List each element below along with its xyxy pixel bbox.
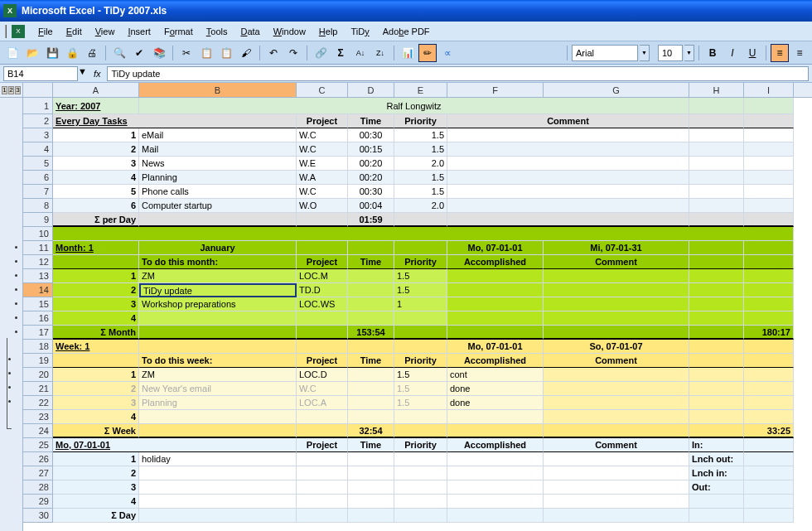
task-name[interactable]: Planning bbox=[139, 171, 297, 185]
cell[interactable]: Out: bbox=[689, 480, 744, 495]
menu-tools[interactable]: Tools bbox=[200, 25, 234, 38]
cell[interactable] bbox=[744, 410, 794, 424]
cell[interactable]: Planning bbox=[139, 396, 297, 410]
menu-help[interactable]: Help bbox=[312, 25, 345, 38]
row-header[interactable]: 9 bbox=[23, 213, 53, 227]
fx-label[interactable]: fx bbox=[87, 69, 108, 79]
cell[interactable] bbox=[689, 354, 744, 368]
cell[interactable] bbox=[394, 495, 447, 509]
cell[interactable]: To do this week: bbox=[139, 354, 297, 368]
cell[interactable] bbox=[544, 424, 689, 438]
formula-input[interactable]: TiDy update bbox=[107, 66, 809, 81]
workbook-icon[interactable]: X bbox=[12, 25, 25, 38]
cell[interactable] bbox=[689, 509, 744, 523]
cell[interactable] bbox=[689, 98, 744, 114]
cell[interactable]: 00:15 bbox=[348, 142, 394, 157]
cell[interactable] bbox=[447, 410, 544, 424]
cell[interactable] bbox=[744, 98, 794, 114]
row-header[interactable]: 10 bbox=[23, 227, 53, 241]
cell[interactable] bbox=[139, 424, 297, 438]
cell[interactable] bbox=[544, 368, 689, 382]
row-header[interactable]: 28 bbox=[23, 480, 53, 495]
cell[interactable] bbox=[139, 213, 297, 227]
cell[interactable]: Week: 1 bbox=[53, 340, 139, 354]
cell[interactable] bbox=[744, 495, 794, 509]
month-label[interactable]: Month: 1 bbox=[53, 241, 139, 255]
row-header[interactable]: 8 bbox=[23, 199, 53, 213]
cell[interactable]: LOC.M bbox=[297, 269, 348, 283]
cell[interactable]: Project bbox=[297, 438, 348, 452]
paste-icon[interactable]: 📋 bbox=[217, 44, 235, 62]
cell[interactable] bbox=[394, 213, 447, 227]
row-header[interactable]: 25 bbox=[23, 438, 53, 452]
cell[interactable] bbox=[348, 509, 394, 523]
month-task[interactable]: TiDy update bbox=[139, 283, 297, 297]
cell[interactable] bbox=[394, 410, 447, 424]
cell[interactable]: W.C bbox=[297, 142, 348, 157]
cell[interactable]: done bbox=[447, 396, 544, 410]
cell[interactable]: 2 bbox=[53, 283, 139, 297]
cell[interactable]: 00:20 bbox=[348, 157, 394, 171]
col-F[interactable]: F bbox=[447, 83, 544, 97]
cell[interactable]: 4 bbox=[53, 171, 139, 185]
cell[interactable] bbox=[689, 410, 744, 424]
cell[interactable] bbox=[447, 466, 544, 480]
cell[interactable] bbox=[744, 438, 794, 452]
cell[interactable]: W.C bbox=[297, 185, 348, 199]
bold-icon[interactable]: B bbox=[703, 44, 722, 62]
cell[interactable]: Project bbox=[297, 114, 348, 128]
cell[interactable]: To do this month: bbox=[139, 255, 297, 269]
cell[interactable]: 1 bbox=[394, 297, 447, 311]
menu-adobepdf[interactable]: Adobe PDF bbox=[376, 25, 437, 38]
save-icon[interactable]: 💾 bbox=[43, 44, 61, 62]
col-D[interactable]: D bbox=[348, 83, 394, 97]
cell[interactable]: 1.5 bbox=[394, 128, 447, 142]
cell[interactable] bbox=[447, 171, 689, 185]
cell[interactable] bbox=[348, 495, 394, 509]
cell[interactable]: Lnch in: bbox=[689, 466, 744, 480]
cell[interactable]: 1.5 bbox=[394, 142, 447, 157]
cell[interactable] bbox=[297, 340, 348, 354]
row-header[interactable]: 16 bbox=[23, 311, 53, 326]
cell[interactable]: 00:04 bbox=[348, 199, 394, 213]
cut-icon[interactable]: ✂ bbox=[177, 44, 196, 62]
cell[interactable]: Σ Day bbox=[53, 509, 139, 523]
cell[interactable]: Accomplished bbox=[447, 255, 544, 269]
cell[interactable] bbox=[744, 297, 794, 311]
cell[interactable] bbox=[53, 354, 139, 368]
row-header[interactable]: 5 bbox=[23, 157, 53, 171]
outline-levels[interactable]: 123 bbox=[0, 83, 22, 98]
cell[interactable] bbox=[744, 128, 794, 142]
task-name[interactable]: Mail bbox=[139, 142, 297, 157]
cell[interactable]: 00:30 bbox=[348, 185, 394, 199]
cell[interactable]: Priority bbox=[394, 114, 447, 128]
cell[interactable] bbox=[297, 509, 348, 523]
cell[interactable] bbox=[447, 142, 689, 157]
task-name[interactable]: Computer startup bbox=[139, 199, 297, 213]
undo-icon[interactable]: ↶ bbox=[264, 44, 283, 62]
cell[interactable]: 1.5 bbox=[394, 269, 447, 283]
grip-handle[interactable] bbox=[5, 25, 8, 38]
cell[interactable] bbox=[447, 269, 544, 283]
cell[interactable]: 3 bbox=[53, 297, 139, 311]
cell[interactable]: Lnch out: bbox=[689, 452, 744, 466]
row-header[interactable]: 20 bbox=[23, 368, 53, 382]
row-header[interactable]: 27 bbox=[23, 466, 53, 480]
cell[interactable] bbox=[744, 241, 794, 255]
cell[interactable] bbox=[744, 283, 794, 297]
cell[interactable]: cont bbox=[447, 368, 544, 382]
sort-asc-icon[interactable]: A↓ bbox=[351, 44, 370, 62]
cell[interactable]: Priority bbox=[394, 354, 447, 368]
cell[interactable]: Comment bbox=[544, 354, 689, 368]
cell[interactable]: New Year's email bbox=[139, 382, 297, 396]
cell[interactable] bbox=[689, 128, 744, 142]
cell[interactable] bbox=[447, 157, 689, 171]
task-name[interactable]: eMail bbox=[139, 128, 297, 142]
cell[interactable]: 1 bbox=[53, 452, 139, 466]
cell[interactable]: 3 bbox=[53, 480, 139, 495]
cell[interactable] bbox=[53, 255, 139, 269]
cell[interactable] bbox=[544, 269, 689, 283]
research-icon[interactable]: 📚 bbox=[150, 44, 168, 62]
cell[interactable] bbox=[348, 382, 394, 396]
cell[interactable]: So, 07-01-07 bbox=[544, 340, 689, 354]
